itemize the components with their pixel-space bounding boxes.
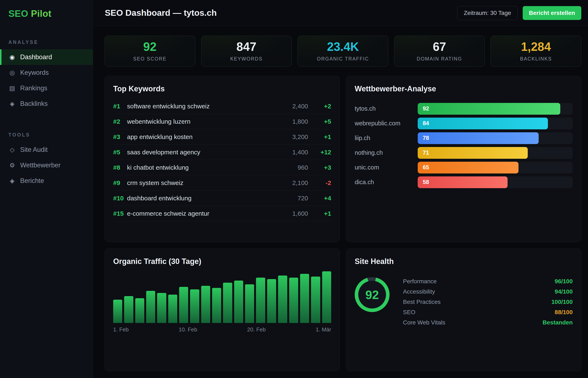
traffic-bar [289, 278, 298, 323]
traffic-x-label: 1. Mär [316, 326, 331, 333]
stat-label: ORGANIC TRAFFIC [317, 56, 369, 62]
stat-value: 1,284 [521, 41, 551, 53]
sidebar-item-label: Site Audit [20, 146, 48, 153]
top-keywords-panel: Top Keywords #1software entwicklung schw… [105, 76, 340, 242]
stat-card-backlinks: 1,284BACKLINKS [491, 36, 581, 67]
keyword-change: +4 [308, 195, 331, 202]
traffic-bar [124, 296, 133, 323]
traffic-bar [113, 300, 122, 323]
stat-card-keywords: 847KEYWORDS [201, 36, 292, 67]
competitor-bar-track: 84 [418, 118, 573, 129]
keyword-change: -2 [308, 179, 331, 187]
traffic-x-label: 1. Feb [113, 326, 129, 333]
health-metric-row: Performance96/100 [403, 278, 573, 285]
health-metric-row: Accessibility94/100 [403, 288, 573, 295]
keyword-volume: 1,600 [281, 210, 308, 217]
competitor-name: dica.ch [355, 179, 418, 186]
keyword-text: dashboard entwicklung [127, 195, 281, 202]
header-actions: Zeitraum: 30 Tage Bericht erstellen [457, 6, 581, 20]
health-metric-row: Best Practices100/100 [403, 299, 573, 305]
logo-text-primary: SEO [8, 8, 28, 19]
traffic-bar [256, 278, 265, 323]
sidebar-item-label: Berichte [20, 177, 44, 185]
stat-card-domain-rating: 67DOMAIN RATING [394, 36, 485, 67]
sidebar-item-label: Rankings [20, 84, 47, 92]
competitors-panel: Wettbewerber-Analyse tytos.ch92webrepubl… [346, 76, 581, 242]
keyword-rank: #9 [113, 179, 127, 187]
keyword-rank: #3 [113, 133, 127, 140]
logo-text-secondary: Pilot [31, 8, 52, 19]
traffic-bar [245, 284, 254, 323]
stat-label: SEO SCORE [133, 56, 167, 62]
competitors-title: Wettbewerber-Analyse [355, 84, 573, 93]
sidebar-item-berichte[interactable]: ◈Berichte [0, 173, 93, 189]
keyword-row: #10dashboard entwicklung720+4 [113, 191, 331, 206]
competitor-bar-track: 58 [418, 176, 573, 188]
period-button[interactable]: Zeitraum: 30 Tage [457, 6, 517, 20]
traffic-bar [157, 293, 166, 323]
keyword-text: software entwicklung schweiz [127, 103, 281, 110]
competitor-bar-fill: 92 [418, 103, 560, 115]
traffic-bar [278, 275, 287, 323]
health-metrics-list: Performance96/100Accessibility94/100Best… [403, 278, 573, 329]
keyword-volume: 1,800 [281, 118, 308, 125]
competitor-bar-fill: 71 [418, 147, 528, 159]
traffic-bar [322, 271, 331, 323]
sidebar-nav: ANALYSE◉Dashboard◎Keywords▤Rankings◈Back… [0, 40, 93, 189]
traffic-bar [135, 298, 144, 323]
sidebar-item-site-audit[interactable]: ◇Site Audit [0, 142, 93, 158]
traffic-bar [234, 281, 243, 323]
competitor-bar-track: 65 [418, 162, 573, 174]
sidebar-item-rankings[interactable]: ▤Rankings [0, 81, 93, 96]
health-score-value: 92 [365, 288, 379, 302]
sidebar-item-label: Wettbewerber [20, 162, 60, 169]
competitor-bar-track: 71 [418, 147, 573, 159]
keyword-text: e-commerce schweiz agentur [127, 210, 281, 217]
sidebar-item-wettbewerber[interactable]: ⚙Wettbewerber [0, 158, 93, 173]
keyword-row: #5saas development agency1,400+12 [113, 145, 331, 160]
competitor-score: 84 [423, 120, 429, 127]
health-metric-label: Performance [403, 278, 437, 285]
competitor-bar-track: 92 [418, 103, 573, 115]
sidebar-item-dashboard[interactable]: ◉Dashboard [0, 49, 93, 65]
competitor-row: webrepublic.com84 [355, 117, 573, 130]
keyword-rank: #10 [113, 195, 127, 202]
header: SEO Dashboard — tytos.ch Zeitraum: 30 Ta… [93, 0, 588, 26]
traffic-bar [168, 295, 177, 323]
competitor-bar-fill: 65 [418, 162, 519, 174]
competitor-name: tytos.ch [355, 105, 418, 112]
sidebar-item-label: Keywords [20, 69, 49, 76]
keyword-row: #8ki chatbot entwicklung960+3 [113, 160, 331, 175]
sidebar-item-label: Backlinks [20, 100, 48, 108]
competitor-row: liip.ch78 [355, 132, 573, 145]
stat-value: 67 [433, 41, 446, 53]
stat-value: 23.4K [327, 41, 359, 53]
traffic-bar [212, 288, 221, 323]
stat-value: 92 [143, 41, 157, 53]
traffic-bar [300, 274, 309, 323]
reports-icon: ◈ [8, 177, 16, 184]
sidebar-item-keywords[interactable]: ◎Keywords [0, 65, 93, 81]
competitors-chart: tytos.ch92webrepublic.com84liip.ch78noth… [355, 102, 573, 189]
keyword-rank: #5 [113, 149, 127, 156]
traffic-bar [179, 287, 188, 323]
health-metric-label: Core Web Vitals [403, 319, 445, 326]
health-score-donut: 92 [355, 277, 389, 312]
sidebar-item-backlinks[interactable]: ◈Backlinks [0, 96, 93, 111]
sidebar-section-label: ANALYSE [8, 40, 93, 45]
keyword-text: saas development agency [127, 149, 281, 156]
health-metric-value: 96/100 [555, 278, 573, 285]
competitor-row: tytos.ch92 [355, 102, 573, 115]
sidebar-section-label: TOOLS [8, 132, 93, 138]
traffic-x-axis: 1. Feb10. Feb20. Feb1. Mär [113, 326, 331, 333]
keyword-rank: #2 [113, 118, 127, 125]
health-metric-label: Best Practices [403, 299, 441, 305]
traffic-title: Organic Traffic (30 Tage) [113, 257, 331, 266]
keyword-rank: #15 [113, 210, 127, 217]
competitor-score: 65 [423, 164, 429, 171]
keyword-rank: #1 [113, 103, 127, 110]
site-health-body: 92 Performance96/100Accessibility94/100B… [355, 277, 573, 329]
create-report-button[interactable]: Bericht erstellen [523, 6, 581, 20]
stats-row: 92SEO SCORE847KEYWORDS23.4KORGANIC TRAFF… [105, 36, 581, 67]
keyword-text: ki chatbot entwicklung [127, 164, 281, 171]
